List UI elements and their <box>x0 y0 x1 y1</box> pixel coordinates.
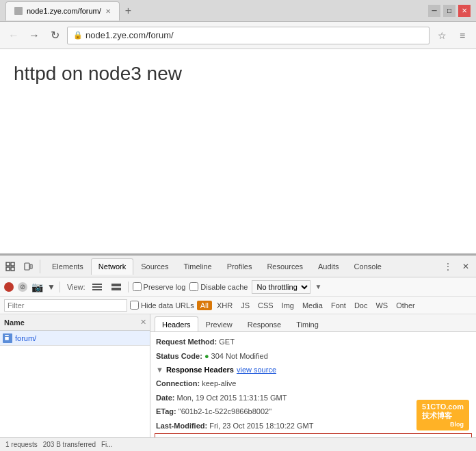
filter-bar: Hide data URLs All XHR JS CSS Img Media … <box>0 297 476 314</box>
view-large-button[interactable] <box>109 279 124 295</box>
menu-icon[interactable]: ≡ <box>454 27 471 44</box>
filter-icon[interactable]: ▼ <box>47 282 55 292</box>
status-code-row: Status Code: ● 304 Not Modified <box>150 349 476 364</box>
tab-console[interactable]: Console <box>347 258 389 275</box>
filter-input[interactable] <box>4 299 127 312</box>
tab-title: node1.zye.com/forum/ <box>27 7 101 15</box>
devtools-panel: Elements Network Sources Timeline Profil… <box>0 254 476 451</box>
inspect-element-button[interactable] <box>3 259 18 274</box>
tab-resources[interactable]: Resources <box>259 258 310 275</box>
tab-close-button[interactable]: ✕ <box>105 8 111 15</box>
watermark-sub: Blog <box>422 421 464 428</box>
filter-types-bar: All XHR JS CSS Img Media Font Doc WS Oth… <box>197 301 419 310</box>
tab-bar: node1.zye.com/forum/ ✕ + <box>5 1 137 20</box>
favicon <box>14 7 23 15</box>
browser-tab[interactable]: node1.zye.com/forum/ ✕ <box>5 1 120 20</box>
filter-doc[interactable]: Doc <box>351 301 371 310</box>
svg-rect-8 <box>92 289 102 290</box>
device-mode-button[interactable] <box>21 259 36 274</box>
svg-rect-0 <box>6 262 10 266</box>
tab-network[interactable]: Network <box>91 258 133 275</box>
tab-audits[interactable]: Audits <box>310 258 347 275</box>
filter-img[interactable]: Img <box>278 301 298 310</box>
filter-all[interactable]: All <box>197 301 212 310</box>
filter-js[interactable]: JS <box>237 301 253 310</box>
view-list-button[interactable] <box>90 279 105 295</box>
request-item-forum[interactable]: forum/ <box>0 331 150 346</box>
svg-rect-2 <box>11 262 14 266</box>
more-tools-button[interactable]: ⋮ <box>440 259 455 274</box>
close-devtools-button[interactable]: ✕ <box>458 259 473 274</box>
watermark-label: 技术博客 <box>422 411 464 421</box>
hide-data-urls-checkbox[interactable] <box>130 301 139 310</box>
hide-data-urls-label[interactable]: Hide data URLs <box>130 301 194 310</box>
svg-rect-10 <box>111 288 121 290</box>
tab-profiles[interactable]: Profiles <box>220 258 260 275</box>
name-column-header: Name <box>0 318 136 327</box>
record-button[interactable] <box>4 282 14 292</box>
forward-button[interactable]: → <box>26 27 42 44</box>
new-tab-button[interactable]: + <box>120 2 137 20</box>
tab-sources[interactable]: Sources <box>133 258 176 275</box>
preserve-log-checkbox[interactable] <box>133 282 142 291</box>
close-name-col-button[interactable]: ✕ <box>136 318 150 327</box>
svg-rect-4 <box>25 263 29 270</box>
requests-header: Name ✕ <box>0 314 150 331</box>
detail-tab-timing[interactable]: Timing <box>289 316 326 331</box>
camera-icon[interactable]: 📷 <box>31 282 43 292</box>
response-headers-view-source[interactable]: view source <box>237 366 276 374</box>
back-button[interactable]: ← <box>5 27 22 44</box>
address-bar[interactable]: 🔒 node1.zye.com/forum/ <box>67 27 429 44</box>
url-text: node1.zye.com/forum/ <box>85 30 423 40</box>
detail-tab-bar: Headers Preview Response Timing <box>150 314 476 332</box>
filter-xhr[interactable]: XHR <box>213 301 236 310</box>
tab-timeline[interactable]: Timeline <box>176 258 220 275</box>
response-headers-label: Response Headers <box>166 366 234 374</box>
status-dot: ● <box>204 352 211 360</box>
view-label: View: <box>67 283 85 291</box>
svg-rect-12 <box>5 336 9 337</box>
maximize-button[interactable]: □ <box>443 5 455 17</box>
nt-separator-1 <box>60 282 60 292</box>
throttle-select[interactable]: No throttling <box>252 280 310 294</box>
detail-tab-response[interactable]: Response <box>240 316 289 331</box>
bookmark-icon[interactable]: ☆ <box>434 27 450 44</box>
preserve-log-label[interactable]: Preserve log <box>133 282 186 291</box>
devtools-toolbar: Elements Network Sources Timeline Profil… <box>0 256 476 277</box>
reload-button[interactable]: ↻ <box>47 27 63 44</box>
filter-other[interactable]: Other <box>393 301 419 310</box>
filter-font[interactable]: Font <box>328 301 349 310</box>
filter-css[interactable]: CSS <box>254 301 277 310</box>
page-heading: httpd on node3 new <box>14 63 462 85</box>
status-code-value: 304 Not Modified <box>211 352 268 360</box>
throttle-chevron: ▼ <box>315 283 321 290</box>
disable-cache-checkbox[interactable] <box>189 282 198 291</box>
svg-rect-9 <box>111 284 121 286</box>
close-button[interactable]: ✕ <box>458 5 471 17</box>
detail-tab-headers[interactable]: Headers <box>155 316 198 331</box>
detail-tab-preview[interactable]: Preview <box>198 316 240 331</box>
requests-panel: Name ✕ forum/ <box>0 314 150 437</box>
status-bar: 1 requests 203 B transferred Fi... <box>0 437 476 451</box>
tab-elements[interactable]: Elements <box>44 258 91 275</box>
minimize-button[interactable]: ─ <box>428 5 440 17</box>
response-headers-section[interactable]: ▼ Response Headers view source <box>150 363 476 377</box>
filter-ws[interactable]: WS <box>372 301 391 310</box>
devtools-main-panel: Name ✕ forum/ Headers Preview Respon <box>0 314 476 437</box>
request-name: forum/ <box>15 334 36 342</box>
svg-rect-7 <box>92 286 102 288</box>
request-method-label: Request Method: <box>156 338 217 346</box>
watermark: 51CTO.com 技术博客 Blog <box>416 400 469 430</box>
disable-cache-label[interactable]: Disable cache <box>189 282 248 291</box>
header-connection: Connection: keep-alive <box>150 377 476 391</box>
filter-media[interactable]: Media <box>299 301 326 310</box>
filter-status: Fi... <box>101 441 113 448</box>
svg-rect-3 <box>11 267 14 271</box>
svg-rect-11 <box>5 335 9 340</box>
clear-button[interactable]: ⊘ <box>18 282 27 292</box>
watermark-site: 51CTO.com <box>422 402 464 411</box>
file-icon <box>3 333 12 343</box>
request-count: 1 requests <box>5 441 38 448</box>
toolbar-separator <box>40 260 40 273</box>
devtools-tab-bar: Elements Network Sources Timeline Profil… <box>44 258 389 275</box>
